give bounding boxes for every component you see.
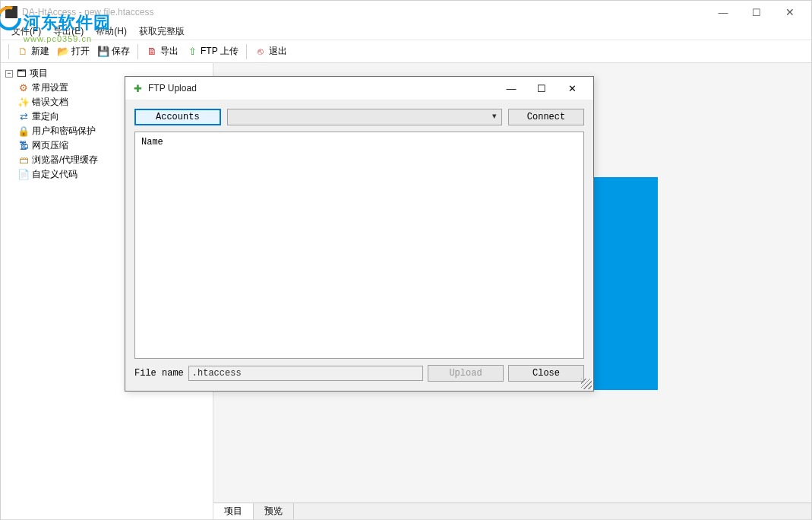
export-icon: 🗎	[146, 46, 158, 58]
toolbar-new[interactable]: 🗋 新建	[14, 43, 52, 59]
toolbar-separator	[246, 44, 247, 59]
sparkle-icon: ✨	[17, 97, 30, 109]
toolbar-save-label: 保存	[112, 45, 130, 58]
project-icon: 🗔	[15, 68, 27, 80]
open-folder-icon: 📂	[57, 46, 69, 58]
tree-collapse-icon[interactable]: −	[5, 70, 13, 78]
settings-icon: ⚙	[17, 82, 30, 94]
tab-project[interactable]: 项目	[213, 503, 254, 519]
list-column-name: Name	[141, 135, 577, 149]
menubar: 文件(F) 导出(E) 帮助(H) 获取完整版	[1, 24, 811, 40]
close-button[interactable]: ✕	[773, 1, 807, 24]
file-name-input[interactable]	[188, 366, 423, 381]
toolbar-export-label: 导出	[160, 45, 179, 58]
dialog-window-controls: — ☐ ✕	[496, 78, 587, 99]
lock-icon: 🔒	[17, 125, 30, 138]
minimize-button[interactable]: —	[706, 1, 740, 24]
tab-preview[interactable]: 预览	[254, 503, 294, 519]
tree-item-label: 常用设置	[32, 81, 68, 94]
tree-item-label: 浏览器/代理缓存	[32, 154, 98, 166]
upload-button[interactable]: Upload	[428, 365, 504, 382]
new-file-icon: 🗋	[17, 46, 29, 58]
save-icon: 💾	[97, 46, 109, 58]
toolbar-separator	[8, 44, 9, 59]
tree-item-label: 自定义代码	[32, 168, 77, 181]
file-name-label: File name	[134, 368, 184, 379]
dialog-title: FTP Upload	[148, 83, 496, 94]
file-listbox[interactable]: Name	[134, 132, 584, 359]
tree-item-label: 错误文档	[32, 96, 68, 109]
tree-root-label: 项目	[30, 67, 48, 80]
window-controls: — ☐ ✕	[706, 1, 807, 24]
dialog-minimize-button[interactable]: —	[496, 78, 526, 99]
menu-export[interactable]: 导出(E)	[47, 25, 90, 38]
compress-icon: 🗜	[17, 140, 30, 152]
accounts-combo[interactable]	[227, 109, 502, 125]
title-bar: DA-HtAccess - new file.htaccess — ☐ ✕	[1, 1, 811, 24]
toolbar-separator	[137, 44, 138, 59]
dialog-body: Accounts Connect Name File name Upload C…	[125, 100, 593, 391]
window-title: DA-HtAccess - new file.htaccess	[22, 7, 706, 17]
file-name-row: File name Upload Close	[134, 365, 584, 382]
toolbar-save[interactable]: 💾 保存	[94, 43, 133, 59]
toolbar-exit-label: 退出	[269, 45, 287, 58]
maximize-button[interactable]: ☐	[740, 1, 773, 24]
menu-full-version[interactable]: 获取完整版	[133, 25, 191, 38]
menu-help[interactable]: 帮助(H)	[90, 25, 133, 38]
accounts-button[interactable]: Accounts	[134, 109, 221, 125]
ftp-upload-icon: ⇧	[186, 46, 198, 58]
toolbar-exit[interactable]: ⎋ 退出	[251, 43, 290, 59]
resize-grip-icon[interactable]	[581, 379, 592, 389]
toolbar-ftp[interactable]: ⇧ FTP 上传	[183, 43, 242, 59]
toolbar-open-label: 打开	[71, 45, 90, 58]
code-icon: 📄	[17, 169, 30, 181]
menu-file[interactable]: 文件(F)	[5, 25, 47, 38]
toolbar-export[interactable]: 🗎 导出	[143, 43, 182, 59]
connect-button[interactable]: Connect	[508, 109, 584, 125]
tree-item-label: 重定向	[32, 110, 59, 123]
close-dialog-button[interactable]: Close	[508, 365, 584, 382]
exit-icon: ⎋	[254, 46, 267, 58]
dialog-close-button[interactable]: ✕	[557, 78, 587, 99]
dialog-title-bar: ✚ FTP Upload — ☐ ✕	[125, 77, 593, 100]
tree-item-label: 用户和密码保护	[32, 125, 96, 138]
app-icon	[5, 6, 17, 18]
toolbar-new-label: 新建	[31, 45, 49, 58]
ftp-upload-dialog: ✚ FTP Upload — ☐ ✕ Accounts Connect Name…	[125, 76, 594, 392]
cache-icon: 🗃	[17, 154, 30, 166]
ftp-dialog-icon: ✚	[131, 82, 144, 94]
redirect-icon: ⇄	[17, 111, 30, 123]
toolbar-open[interactable]: 📂 打开	[54, 43, 93, 59]
bottom-tabs: 项目 预览	[213, 503, 811, 519]
toolbar-ftp-label: FTP 上传	[201, 45, 239, 58]
toolbar: 🗋 新建 📂 打开 💾 保存 🗎 导出 ⇧ FTP 上传 ⎋ 退出	[1, 40, 811, 63]
tree-item-label: 网页压缩	[32, 139, 68, 152]
dialog-maximize-button[interactable]: ☐	[526, 78, 557, 99]
accounts-row: Accounts Connect	[134, 109, 584, 125]
